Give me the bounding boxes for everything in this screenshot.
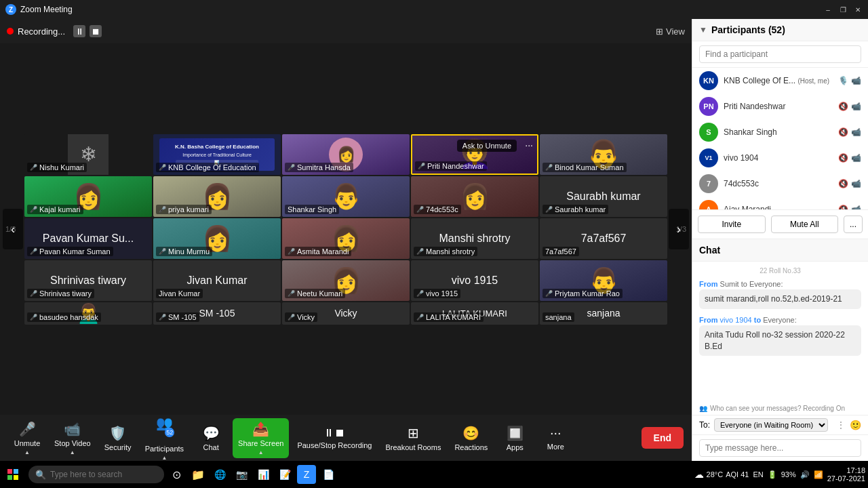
video-grid: ❄ 🎤Nishu Kumari K.N. Basha College of Ed… — [0, 133, 692, 326]
participant-status-icons: 🔇📹 — [838, 205, 861, 210]
more-options-button[interactable]: ··· — [525, 140, 533, 150]
participant-avatar: 7 — [699, 174, 718, 193]
taskbar-search[interactable]: 🔍 — [28, 466, 164, 483]
taskbar-word-icon[interactable]: 📄 — [319, 465, 338, 484]
video-caret[interactable]: ▲ — [70, 449, 75, 455]
svg-rect-3 — [14, 475, 18, 480]
search-participant-input[interactable] — [699, 45, 861, 63]
taskbar-app1-icon[interactable]: 📷 — [232, 465, 251, 484]
video-cell-manshi: Manshi shrotry 🎤Manshi shrotry — [411, 218, 538, 259]
participants-panel-header: ▼ Participants (52) — [692, 19, 868, 41]
recording-controls: ⏸ ⏹ — [73, 25, 102, 37]
close-button[interactable]: ✕ — [853, 5, 863, 14]
cell-name-kajal: Kajal kumari — [39, 205, 81, 214]
more-button[interactable]: ··· More — [536, 422, 574, 453]
unmute-caret[interactable]: ▲ — [24, 449, 30, 455]
apps-button[interactable]: 🔲 Apps — [496, 422, 534, 454]
taskbar-system-tray: ☁ 28°C AQI 41 EN 🔋 93% 🔊 📶 17:18 27-07-2… — [694, 466, 865, 483]
participant-name: Ajay Marandi — [724, 205, 833, 210]
chat-message: From vivo 1904 to Everyone: Anita Tudu R… — [699, 316, 861, 357]
taskbar-language: EN — [753, 470, 763, 479]
list-item[interactable]: S Shankar Singh 🔇📹 — [692, 119, 868, 145]
search-participant-area — [692, 41, 868, 68]
share-screen-button[interactable]: 📤 Share Screen ▲ — [233, 418, 289, 458]
participants-button[interactable]: 👥 52 Participants ▲ — [140, 412, 189, 461]
chat-emoji-icon[interactable]: 🙂 — [850, 420, 861, 430]
taskbar-explorer-icon[interactable]: 📁 — [189, 465, 208, 484]
chat-to-label: To: — [699, 420, 710, 430]
list-item[interactable]: KN KNB College Of E... (Host, me) 🎙️📹 — [692, 68, 868, 94]
pause-recording-button[interactable]: ⏸ — [73, 25, 85, 37]
stop-recording-button[interactable]: ⏹ — [90, 25, 102, 37]
start-button[interactable] — [3, 464, 23, 485]
list-item[interactable]: V1 vivo 1904 🔇📹 — [692, 145, 868, 171]
list-item[interactable]: PN Priti Nandeshwar 🔇📹 — [692, 94, 868, 119]
unmute-button[interactable]: 🎤 Unmute ▲ — [8, 418, 46, 458]
video-cell-7a7a: 7a7af567 7a7af567 — [540, 218, 667, 259]
share-caret[interactable]: ▲ — [258, 449, 264, 455]
view-button[interactable]: ⊞ View — [656, 26, 685, 37]
chat-button[interactable]: 💬 Chat — [192, 422, 230, 454]
message-bubble: Anita Tudu Roll no-32 session 2020-22 B.… — [699, 325, 861, 357]
mic-muted-icon: 🔇 — [838, 153, 848, 163]
svg-rect-2 — [7, 475, 12, 480]
participant-status-icons: 🔇📹 — [838, 179, 861, 188]
video-cell-saurabh: Saurabh kumar 🎤Saurabh kumar — [540, 176, 667, 217]
video-cell-sm105: SM -105 🎤SM -105 — [153, 302, 281, 325]
participants-panel-title: Participants (52) — [711, 24, 861, 35]
more-participants-button[interactable]: ... — [844, 216, 863, 233]
security-button[interactable]: 🛡️ Security — [99, 422, 137, 454]
cell-name-asmita: Asmita Marandi — [297, 247, 349, 256]
participant-name: vivo 1904 — [724, 153, 833, 163]
ask-unmute-button[interactable]: Ask to Unmute — [457, 140, 517, 152]
window-title: Zoom Meeting — [20, 5, 823, 14]
participants-caret[interactable]: ▲ — [161, 455, 167, 461]
taskbar-app3-icon[interactable]: 📝 — [275, 465, 294, 484]
taskbar-zoom-icon[interactable]: Z — [297, 465, 316, 484]
stop-video-button[interactable]: 📹 Stop Video ▲ — [49, 418, 96, 458]
breakout-rooms-button[interactable]: ⊞ Breakout Rooms — [380, 422, 446, 454]
taskbar-search-input[interactable] — [50, 470, 157, 479]
chat-label: Chat — [203, 443, 218, 451]
breakout-icon: ⊞ — [408, 425, 419, 441]
taskbar-cortana-icon[interactable]: ⊙ — [167, 465, 186, 484]
taskbar-app2-icon[interactable]: 📊 — [254, 465, 273, 484]
chat-options-icon[interactable]: ⋮ — [836, 420, 846, 430]
end-meeting-button[interactable]: End — [642, 427, 684, 449]
apps-label: Apps — [507, 443, 524, 451]
message-from: From Sumit to Everyone: — [699, 280, 861, 288]
invite-button[interactable]: Invite — [698, 216, 766, 233]
chat-scroll-indicator: 22 Roll No.33 — [699, 267, 861, 274]
taskbar-app-icons: ⊙ 📁 🌐 📷 📊 📝 Z 📄 — [167, 465, 338, 484]
cell-name-priytam: Priytam Kumar Rao — [555, 289, 620, 298]
list-item[interactable]: A Ajay Marandi 🔇📹 — [692, 197, 868, 210]
prev-page-button[interactable]: ‹ — [3, 209, 23, 249]
list-item[interactable]: 7 74dc553c 🔇📹 — [692, 171, 868, 197]
minimize-button[interactable]: – — [823, 5, 833, 14]
shield-icon: 🛡️ — [109, 425, 126, 441]
participant-status-icons: 🔇📹 — [838, 153, 861, 163]
cell-name-priti: Priti Nandeshwar — [427, 162, 484, 170]
recording-dot — [7, 28, 14, 35]
reactions-button[interactable]: 😊 Reactions — [449, 422, 493, 454]
mute-all-button[interactable]: Mute All — [771, 216, 839, 233]
video-cell-priytam: 👨 🎤Priytam Kumar Rao — [540, 260, 667, 301]
mic-muted-icon: 🔇 — [838, 205, 848, 210]
video-cell-sumitra: 👩 🎤Sumitra Hansda — [282, 134, 410, 175]
restore-button[interactable]: ❐ — [838, 5, 848, 14]
recording-indicator: Recording... ⏸ ⏹ — [7, 25, 102, 37]
collapse-arrow-icon[interactable]: ▼ — [699, 25, 707, 35]
emoji-icon: 😊 — [462, 425, 479, 441]
chat-recipient-select[interactable]: Everyone (in Waiting Room) — [714, 418, 828, 432]
video-cell-74dc: 👩 🎤74dc553c — [411, 176, 538, 217]
taskbar-chrome-icon[interactable]: 🌐 — [210, 465, 229, 484]
pause-stop-recording-button[interactable]: ⏸⏹ Pause/Stop Recording — [292, 424, 377, 452]
video-status-icon: 📹 — [851, 76, 861, 85]
video-cell-vivo1915: vivo 1915 🎤vivo 1915 — [411, 260, 538, 301]
apps-icon: 🔲 — [507, 425, 524, 441]
reactions-label: Reactions — [454, 443, 488, 451]
more-label: More — [547, 443, 564, 451]
next-page-button[interactable]: › — [669, 209, 689, 249]
svg-rect-1 — [14, 469, 18, 474]
chat-message-input[interactable] — [699, 439, 861, 457]
